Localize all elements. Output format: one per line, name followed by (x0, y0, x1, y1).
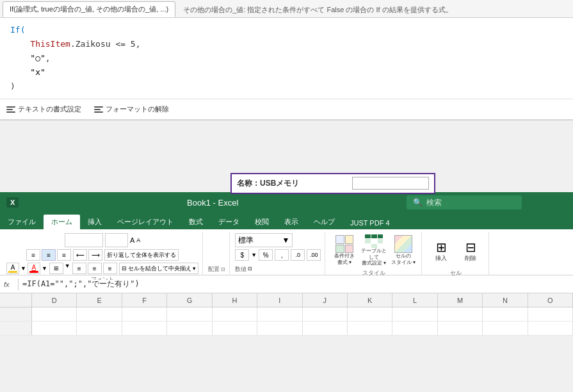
styles-buttons: 条件付き書式 ▾ (330, 233, 417, 268)
code-line-4: "x" (10, 65, 563, 79)
cell-J2[interactable] (303, 322, 348, 335)
popup-overlay: 名称：USBメモリ (230, 173, 435, 194)
tab-data[interactable]: データ (211, 215, 247, 229)
excel-window: X Book1 - Excel 🔍 ファイル ホーム 挿入 ページレイアウト 数… (0, 192, 573, 392)
currency-dropdown-btn[interactable]: ▼ (251, 252, 257, 258)
align-bottom-left-btn[interactable]: ≡ (72, 263, 86, 274)
tab-just-pdf[interactable]: JUST PDF 4 (343, 216, 398, 229)
merge-center-btn[interactable]: ⊟ セルを結合して中央揃え ▾ (119, 263, 199, 274)
cell-G2[interactable] (167, 322, 212, 335)
cell-M[interactable] (438, 307, 483, 321)
formula-code-area[interactable]: If( ThisItem.Zaikosu <= 5, "○", "x" ) (0, 18, 573, 99)
cell-F[interactable] (122, 307, 167, 321)
cell-L[interactable] (392, 307, 437, 321)
search-box[interactable]: 🔍 (407, 195, 522, 209)
number-expand-btn[interactable]: ⊡ (248, 266, 252, 272)
number-format-buttons: $ ▼ % , .0 .00 (235, 249, 321, 261)
ribbon-content: 11 A A ≡ ≡ ≡ ⟵ ⟶ (0, 229, 573, 275)
font-size-up-btn[interactable]: A (130, 236, 134, 244)
decimal-increase-btn[interactable]: .0 (291, 249, 305, 261)
font-size-input[interactable]: 11 (105, 233, 128, 247)
cell-O2[interactable] (528, 322, 573, 335)
delete-label: 削除 (465, 255, 476, 262)
conditional-format-icon (335, 235, 353, 253)
cell-M2[interactable] (438, 322, 483, 335)
cell-K2[interactable] (348, 322, 392, 335)
currency-btn[interactable]: $ (235, 249, 249, 261)
font-color-btn[interactable]: A (28, 263, 40, 274)
delete-btn[interactable]: ⊟ 削除 (456, 233, 485, 268)
cell-E2[interactable] (77, 322, 122, 335)
borders-btn[interactable]: ⊞ (49, 263, 63, 274)
col-header-O: O (528, 293, 573, 307)
cell-styles-btn[interactable]: セルのスタイル ▾ (389, 233, 417, 268)
cell-K[interactable] (348, 307, 392, 321)
cell-N[interactable] (483, 307, 528, 321)
font-color-dropdown-btn[interactable]: ▼ (42, 265, 47, 272)
font-size-down-btn[interactable]: A (136, 237, 140, 243)
tab-file[interactable]: ファイル (0, 215, 44, 229)
number-group-content: 標準 ▼ $ ▼ % , .0 .00 (235, 233, 321, 264)
col-header-D: D (32, 293, 77, 307)
text-format-button[interactable]: テキストの書式設定 (6, 104, 81, 114)
cell-J[interactable] (303, 307, 348, 321)
font-name-row: 11 A A (65, 233, 140, 247)
border-number-buttons: ⊞ ▼ (49, 263, 70, 274)
percent-btn[interactable]: % (259, 249, 273, 261)
cell-G[interactable] (167, 307, 212, 321)
col-header-G: G (167, 293, 212, 307)
align-bottom-buttons: ≡ ≡ ≡ (72, 263, 117, 274)
cell-D[interactable] (32, 307, 77, 321)
cell-H2[interactable] (213, 322, 257, 335)
highlight-dropdown-btn[interactable]: ▼ (20, 265, 26, 272)
tab-insert[interactable]: 挿入 (80, 215, 109, 229)
font-style-row: ≡ ≡ ≡ ⟵ ⟶ 折り返して全体を表示する (26, 249, 179, 261)
cell-L2[interactable] (392, 322, 437, 335)
tab-help[interactable]: ヘルプ (306, 215, 343, 229)
number-format-dropdown[interactable]: 標準 ▼ (235, 233, 293, 247)
tab-page-layout[interactable]: ページレイアウト (109, 215, 181, 229)
align-center-btn[interactable]: ≡ (42, 249, 56, 261)
popup-input[interactable] (352, 177, 429, 190)
align-right-btn[interactable]: ≡ (57, 249, 71, 261)
clear-format-button[interactable]: フォーマットの解除 (94, 104, 169, 114)
tab-review[interactable]: 校閲 (247, 215, 277, 229)
align-left-btn[interactable]: ≡ (26, 249, 40, 261)
formula-bar-label: fx (4, 281, 14, 288)
number-group-label: 数値 (235, 264, 246, 274)
align-bottom-right-btn[interactable]: ≡ (103, 263, 117, 274)
table-format-btn[interactable]: テーブルとして書式設定 ▾ (360, 233, 388, 268)
text-style-buttons: ≡ ≡ ≡ (26, 249, 71, 261)
cell-styles-label: セルのスタイル ▾ (391, 253, 416, 265)
tab-view[interactable]: 表示 (277, 215, 306, 229)
formula-tab-if[interactable]: If(論理式, trueの場合の_値, その他の場合の_値, ...) (3, 1, 175, 17)
font-group-content: 11 A A ≡ ≡ ≡ ⟵ ⟶ (6, 233, 198, 274)
alignment-expand-btn[interactable]: ⊡ (221, 266, 225, 272)
decimal-decrease-btn[interactable]: .00 (307, 249, 321, 261)
conditional-formatting-btn[interactable]: 条件付き書式 ▾ (330, 233, 359, 268)
tab-home[interactable]: ホーム (44, 215, 80, 229)
cell-F2[interactable] (122, 322, 167, 335)
align-bottom-center-btn[interactable]: ≡ (88, 263, 102, 274)
formula-bar-input[interactable] (22, 280, 569, 289)
search-input[interactable] (426, 198, 515, 207)
cell-I[interactable] (257, 307, 302, 321)
font-name-input[interactable] (65, 233, 103, 247)
decrease-indent-btn[interactable]: ⟵ (73, 249, 87, 261)
cell-O[interactable] (528, 307, 573, 321)
cell-E[interactable] (77, 307, 122, 321)
cell-I2[interactable] (257, 322, 302, 335)
code-line-5: ) (10, 79, 563, 94)
insert-btn[interactable]: ⊞ 挿入 (427, 233, 455, 268)
highlight-color-btn[interactable]: A (6, 263, 19, 274)
cell-N2[interactable] (483, 322, 528, 335)
cell-H[interactable] (213, 307, 257, 321)
tab-formulas[interactable]: 数式 (181, 215, 211, 229)
col-header-E: E (77, 293, 122, 307)
increase-indent-btn[interactable]: ⟶ (88, 249, 102, 261)
title-bar: X Book1 - Excel 🔍 (0, 192, 573, 213)
cell-D2[interactable] (32, 322, 77, 335)
wrap-text-btn[interactable]: 折り返して全体を表示する (104, 249, 179, 261)
borders-dropdown-btn[interactable]: ▼ (65, 263, 70, 274)
comma-btn[interactable]: , (275, 249, 289, 261)
